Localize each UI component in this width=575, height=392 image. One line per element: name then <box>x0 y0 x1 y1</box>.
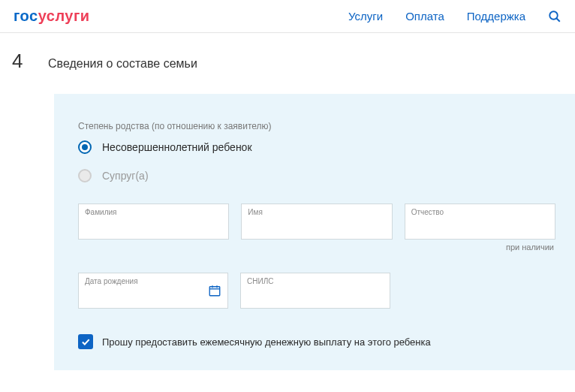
radio-label-spouse: Супруг(а) <box>102 170 149 182</box>
name-label: Имя <box>248 208 262 216</box>
step-title: Сведения о составе семьи <box>48 57 197 71</box>
patronymic-note: при наличии <box>78 243 555 252</box>
patronymic-field[interactable]: Отчество <box>405 204 555 240</box>
step-number: 4 <box>12 50 27 73</box>
radio-button-spouse <box>78 169 92 182</box>
name-field[interactable]: Имя <box>241 204 392 240</box>
family-panel: Степень родства (по отношению к заявител… <box>54 94 575 370</box>
nav-services[interactable]: Услуги <box>348 10 383 23</box>
radio-button-child[interactable] <box>78 140 92 154</box>
snils-label: СНИЛС <box>247 277 273 285</box>
surname-field[interactable]: Фамилия <box>78 204 229 240</box>
radio-label-child: Несовершеннолетний ребенок <box>102 141 252 153</box>
patronymic-label: Отчество <box>411 208 444 216</box>
svg-line-1 <box>556 18 560 22</box>
surname-label: Фамилия <box>85 208 116 216</box>
nav-payment[interactable]: Оплата <box>405 10 444 23</box>
monthly-payment-label: Прошу предоставить ежемесячную денежную … <box>102 336 431 348</box>
dob-field[interactable]: Дата рождения <box>78 273 228 309</box>
snils-field[interactable]: СНИЛС <box>240 273 390 309</box>
radio-spouse: Супруг(а) <box>78 169 555 182</box>
svg-point-0 <box>549 11 558 20</box>
search-icon[interactable] <box>548 10 561 23</box>
site-logo[interactable]: госуслуги <box>14 8 90 25</box>
monthly-payment-checkbox-row[interactable]: Прошу предоставить ежемесячную денежную … <box>78 334 555 349</box>
svg-rect-2 <box>209 287 220 296</box>
monthly-payment-checkbox[interactable] <box>78 334 93 349</box>
relationship-label: Степень родства (по отношению к заявител… <box>78 121 555 131</box>
radio-child[interactable]: Несовершеннолетний ребенок <box>78 140 555 154</box>
nav-support[interactable]: Поддержка <box>467 10 525 23</box>
calendar-icon[interactable] <box>208 284 221 297</box>
top-nav: Услуги Оплата Поддержка <box>348 10 561 23</box>
dob-label: Дата рождения <box>85 277 138 285</box>
